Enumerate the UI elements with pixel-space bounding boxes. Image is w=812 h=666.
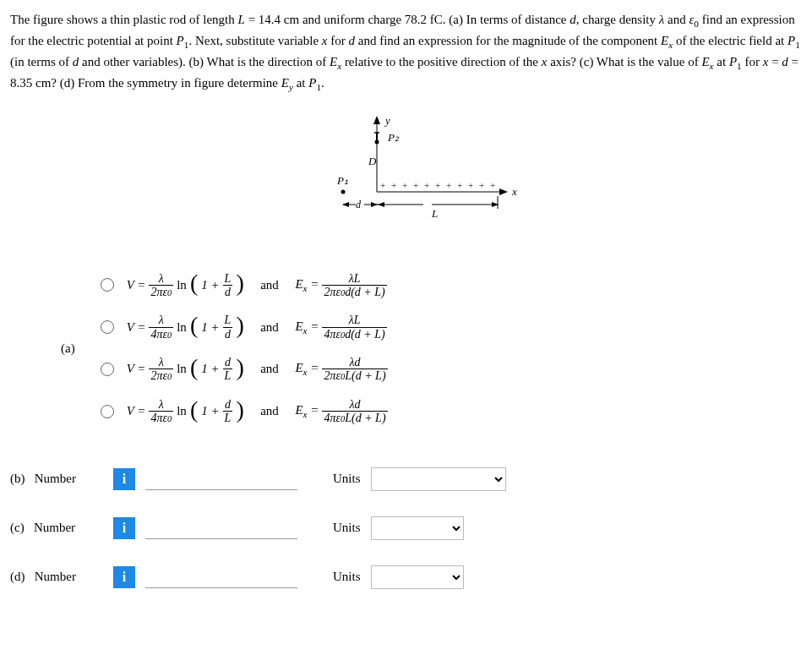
radio-button[interactable] bbox=[101, 363, 114, 376]
info-icon[interactable]: i bbox=[113, 566, 135, 588]
svg-text:+: + bbox=[435, 180, 440, 190]
equation-option: V = λ 4πε0 ln ( 1 + d L ) and Ex = λd 4π… bbox=[127, 398, 388, 425]
radio-button[interactable] bbox=[101, 320, 114, 334]
p1-label: P₁ bbox=[336, 174, 348, 187]
x-axis-label: x bbox=[511, 185, 517, 198]
part-c-label: (c) Number bbox=[10, 521, 103, 535]
options-list: V = λ 2πε0 ln ( 1 + L d ) and Ex = λL 2π… bbox=[101, 272, 388, 425]
part-d-label: (d) Number bbox=[10, 570, 103, 584]
option-row: V = λ 2πε0 ln ( 1 + L d ) and Ex = λL 2π… bbox=[101, 272, 388, 299]
option-row: V = λ 4πε0 ln ( 1 + L d ) and Ex = λL 4π… bbox=[101, 314, 388, 341]
radio-button[interactable] bbox=[101, 278, 114, 292]
svg-marker-20 bbox=[342, 202, 349, 207]
d-horizontal-label: d bbox=[356, 199, 362, 210]
svg-text:+: + bbox=[402, 180, 407, 190]
info-icon[interactable]: i bbox=[113, 468, 135, 490]
svg-text:+: + bbox=[424, 180, 429, 190]
option-row: V = λ 4πε0 ln ( 1 + d L ) and Ex = λd 4π… bbox=[101, 398, 388, 425]
svg-text:+: + bbox=[380, 180, 385, 190]
option-row: V = λ 2πε0 ln ( 1 + d L ) and Ex = λd 2π… bbox=[101, 356, 388, 383]
svg-text:+: + bbox=[468, 180, 473, 190]
number-input-c[interactable] bbox=[145, 517, 297, 539]
problem-text-content: The figure shows a thin plastic rod of l… bbox=[10, 13, 800, 90]
info-icon[interactable]: i bbox=[113, 517, 135, 539]
answer-row-c: (c) Number i Units bbox=[10, 516, 802, 540]
svg-point-4 bbox=[374, 139, 379, 144]
y-axis-label: y bbox=[384, 114, 390, 127]
svg-text:+: + bbox=[413, 180, 418, 190]
svg-text:+: + bbox=[391, 180, 396, 190]
part-b-label: (b) Number bbox=[10, 472, 103, 486]
number-input-b[interactable] bbox=[145, 468, 297, 490]
units-label-b: Units bbox=[333, 472, 361, 486]
l-label: L bbox=[431, 207, 438, 220]
svg-marker-6 bbox=[499, 188, 508, 195]
units-select-c[interactable] bbox=[371, 516, 464, 540]
equation-option: V = λ 2πε0 ln ( 1 + d L ) and Ex = λd 2π… bbox=[127, 356, 388, 383]
part-a-container: (a) V = λ 2πε0 ln ( 1 + L d ) and Ex = λ… bbox=[61, 272, 802, 425]
svg-marker-1 bbox=[373, 116, 380, 124]
units-select-b[interactable] bbox=[371, 467, 506, 491]
problem-statement: The figure shows a thin plastic rod of l… bbox=[10, 10, 802, 95]
svg-marker-22 bbox=[371, 202, 378, 207]
units-select-d[interactable] bbox=[371, 565, 464, 589]
equation-option: V = λ 4πε0 ln ( 1 + L d ) and Ex = λL 4π… bbox=[127, 314, 387, 341]
answer-row-d: (d) Number i Units bbox=[10, 565, 802, 589]
radio-button[interactable] bbox=[101, 405, 114, 418]
units-label-d: Units bbox=[333, 570, 361, 584]
diagram-figure: y P₂ D x + + + + + + + + + + + P₁ d L bbox=[10, 112, 802, 238]
equation-option: V = λ 2πε0 ln ( 1 + L d ) and Ex = λL 2π… bbox=[127, 272, 387, 299]
part-a-label: (a) bbox=[61, 341, 75, 356]
svg-text:+: + bbox=[479, 180, 484, 190]
answer-row-b: (b) Number i Units bbox=[10, 467, 802, 491]
p2-label: P₂ bbox=[387, 131, 400, 144]
svg-point-18 bbox=[341, 189, 345, 194]
svg-text:+: + bbox=[457, 180, 462, 190]
svg-text:+: + bbox=[446, 180, 451, 190]
units-label-c: Units bbox=[333, 521, 361, 535]
number-input-d[interactable] bbox=[145, 566, 297, 588]
svg-text:+: + bbox=[490, 180, 495, 190]
d-vertical-label: D bbox=[368, 155, 377, 167]
